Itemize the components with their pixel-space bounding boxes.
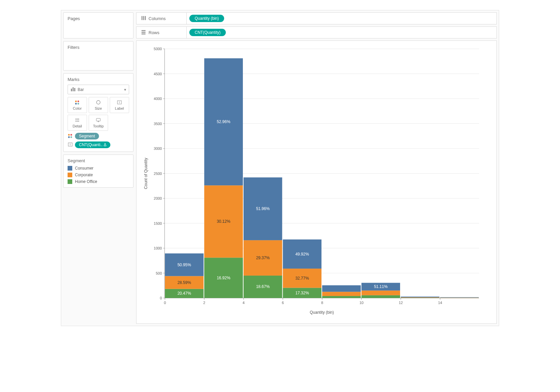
svg-text:500: 500 [156, 271, 162, 275]
marks-title: Marks [68, 77, 129, 82]
svg-text:28.59%: 28.59% [177, 280, 191, 285]
svg-text:1000: 1000 [154, 246, 162, 250]
svg-text:8: 8 [321, 301, 323, 305]
pages-title: Pages [68, 16, 129, 21]
marks-tooltip-button[interactable]: Tooltip [89, 115, 108, 131]
swatch-icon [68, 166, 72, 171]
svg-text:5000: 5000 [154, 47, 162, 51]
svg-point-15 [78, 121, 79, 122]
svg-point-13 [76, 121, 77, 122]
svg-text:Count of Quantity: Count of Quantity [144, 158, 148, 189]
svg-rect-2 [74, 88, 75, 91]
label-icon: T [68, 142, 73, 148]
svg-rect-100 [440, 297, 479, 298]
mark-type-label: Bar [78, 87, 84, 92]
svg-text:50.95%: 50.95% [177, 263, 191, 267]
marks-size-button[interactable]: Size [89, 97, 108, 113]
svg-point-7 [97, 101, 100, 104]
svg-text:4000: 4000 [154, 97, 162, 101]
svg-text:10: 10 [359, 301, 363, 305]
svg-text:4: 4 [243, 301, 245, 305]
label-encoding-row[interactable]: T CNT(Quanti.. Δ [68, 141, 129, 148]
svg-text:T: T [119, 101, 120, 104]
columns-pill[interactable]: Quantity (bin) [189, 15, 224, 22]
rows-pill[interactable]: CNT(Quantity) [189, 29, 226, 36]
svg-text:29.37%: 29.37% [256, 256, 270, 260]
legend-label: Home Office [75, 179, 97, 184]
svg-text:3500: 3500 [154, 122, 162, 126]
app-root: Pages Filters Marks Bar ▾ [61, 10, 499, 326]
svg-rect-91 [362, 295, 400, 298]
svg-point-5 [75, 103, 77, 105]
label-icon: T [117, 100, 122, 105]
svg-point-19 [68, 136, 70, 138]
marks-label-label: Label [115, 106, 124, 110]
chart-svg: 0500100015002000250030003500400045005000… [141, 45, 486, 316]
svg-text:6: 6 [282, 301, 284, 305]
svg-rect-97 [401, 297, 440, 297]
rows-label: Rows [149, 30, 160, 35]
filters-title: Filters [68, 45, 129, 50]
chart-view[interactable]: 0500100015002000250030003500400045005000… [136, 40, 497, 324]
svg-text:T: T [70, 143, 71, 146]
svg-rect-1 [73, 87, 74, 91]
svg-text:51.96%: 51.96% [256, 206, 270, 211]
svg-point-18 [71, 134, 72, 135]
svg-text:1500: 1500 [154, 221, 162, 225]
svg-text:Quantity (bin): Quantity (bin) [310, 310, 334, 315]
svg-text:0: 0 [164, 301, 166, 305]
color-encoding-row[interactable]: Segment [68, 133, 129, 139]
marks-label-button[interactable]: T Label [110, 97, 129, 113]
svg-point-11 [77, 119, 78, 120]
marks-color-label: Color [73, 106, 82, 110]
legend-label: Consumer [75, 166, 93, 171]
svg-rect-24 [143, 16, 144, 20]
svg-rect-0 [71, 89, 72, 91]
svg-text:52.96%: 52.96% [217, 119, 230, 124]
main-area: Columns Quantity (bin) Rows CNT(Quantity… [136, 12, 497, 324]
marks-color-button[interactable]: Color [68, 97, 87, 113]
svg-rect-90 [322, 285, 361, 292]
marks-detail-button[interactable]: Detail [68, 115, 87, 131]
marks-tooltip-label: Tooltip [93, 124, 104, 128]
filters-shelf[interactable]: Filters [63, 41, 133, 71]
svg-point-10 [76, 119, 77, 120]
chevron-down-icon: ▾ [124, 87, 126, 92]
svg-rect-96 [401, 297, 440, 298]
bar-icon [71, 87, 75, 92]
svg-rect-28 [142, 33, 146, 34]
svg-text:51.11%: 51.11% [374, 284, 388, 289]
svg-text:18.67%: 18.67% [256, 284, 270, 289]
tooltip-icon [96, 117, 101, 123]
svg-rect-16 [96, 118, 100, 121]
pages-shelf[interactable]: Pages [63, 12, 133, 38]
svg-text:20.47%: 20.47% [177, 291, 191, 296]
swatch-icon [68, 173, 72, 177]
svg-rect-27 [142, 32, 146, 33]
svg-text:17.32%: 17.32% [295, 291, 309, 295]
svg-text:2: 2 [203, 301, 205, 305]
svg-text:16.92%: 16.92% [217, 276, 230, 280]
label-encoding-pill[interactable]: CNT(Quanti.. Δ [75, 141, 110, 148]
mark-type-dropdown[interactable]: Bar ▾ [68, 85, 129, 94]
rows-shelf[interactable]: Rows CNT(Quantity) [136, 26, 497, 38]
marks-card: Marks Bar ▾ Color [63, 73, 133, 152]
color-icon [75, 100, 80, 105]
svg-text:49.92%: 49.92% [295, 252, 309, 257]
legend-item-corporate[interactable]: Corporate [68, 173, 129, 177]
legend-item-home-office[interactable]: Home Office [68, 179, 129, 184]
detail-icon [75, 117, 80, 123]
svg-rect-89 [322, 292, 361, 296]
marks-detail-label: Detail [73, 124, 82, 128]
svg-text:2500: 2500 [154, 172, 162, 176]
svg-text:4500: 4500 [154, 72, 162, 76]
svg-text:12: 12 [399, 301, 403, 305]
legend-card: Segment Consumer Corporate Home Office [63, 155, 133, 188]
legend-item-consumer[interactable]: Consumer [68, 166, 129, 171]
svg-text:0: 0 [160, 296, 162, 300]
svg-text:32.77%: 32.77% [295, 276, 309, 281]
svg-point-20 [71, 136, 72, 138]
columns-shelf[interactable]: Columns Quantity (bin) [136, 12, 497, 24]
color-encoding-pill[interactable]: Segment [75, 133, 99, 139]
svg-point-4 [78, 101, 79, 102]
